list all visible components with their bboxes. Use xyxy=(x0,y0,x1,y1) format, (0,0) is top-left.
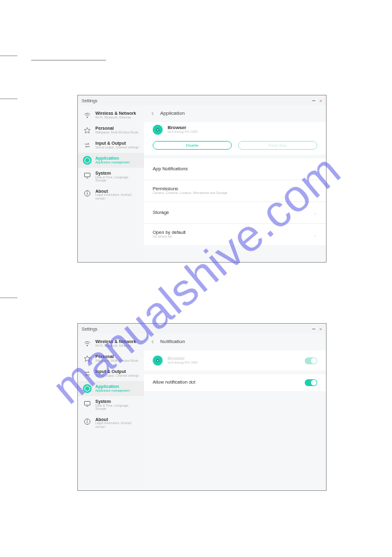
sidebar-item-application[interactable]: Application Application management xyxy=(78,381,144,396)
row-title: Allow notification dot xyxy=(153,380,195,385)
sidebar-item-about[interactable]: About Legal information, Android version xyxy=(78,414,144,432)
row-app-notifications[interactable]: App Notifications xyxy=(144,158,326,180)
sidebar-item-sub: Legal information, Android version xyxy=(95,422,140,429)
content-pane-application: Application Browser tech.titelogy.IFA.OE… xyxy=(144,105,326,262)
back-button[interactable] xyxy=(150,339,155,344)
sidebar-item-sub: Application management xyxy=(95,161,130,165)
content-title: Application xyxy=(160,110,184,116)
swap-icon xyxy=(83,141,92,150)
sidebar-item-personal[interactable]: Personal Wallpaper, Multi-Window Mode xyxy=(78,351,144,366)
minimize-icon[interactable] xyxy=(312,329,315,329)
minimize-icon[interactable] xyxy=(312,100,315,101)
master-notification-toggle[interactable] xyxy=(305,357,317,364)
sidebar-item-input-output[interactable]: Input & Output Sound output, Channel set… xyxy=(78,138,144,153)
app-meta: tech.titelogy.IFA.OEM xyxy=(168,130,198,134)
star-icon xyxy=(83,126,92,135)
sidebar-item-system[interactable]: System Date & Time, Language, Storage xyxy=(78,168,144,186)
svg-point-7 xyxy=(87,345,88,346)
app-meta: tech.titelogy.IFA.OEM xyxy=(168,361,198,365)
sidebar: Wireless & Network Wi-Fi, Bluetooth, Eth… xyxy=(78,334,144,490)
svg-marker-2 xyxy=(85,158,90,163)
window-title: Settings xyxy=(82,327,97,331)
content-title: Notification xyxy=(160,339,185,344)
force-stop-button[interactable]: Force Stop xyxy=(238,141,317,150)
allow-dot-toggle[interactable] xyxy=(305,379,317,386)
close-icon[interactable]: × xyxy=(319,326,322,332)
sidebar-item-sub: Sound output, Channel settings xyxy=(95,374,139,378)
hexagon-icon xyxy=(83,156,92,165)
hexagon-icon xyxy=(83,384,92,393)
sidebar-item-sub: Wi-Fi, Bluetooth, Ethernet xyxy=(95,116,136,120)
wifi-icon xyxy=(83,339,92,348)
svg-point-13 xyxy=(87,420,88,420)
svg-marker-8 xyxy=(84,356,90,362)
app-icon xyxy=(153,125,163,135)
swap-icon xyxy=(83,369,92,378)
titlebar: Settings × xyxy=(78,324,326,334)
sidebar-item-sub: Wallpaper, Multi-Window Mode xyxy=(95,359,138,363)
disable-button[interactable]: Disable xyxy=(153,141,232,150)
close-icon[interactable]: × xyxy=(319,98,322,104)
row-title: Storage xyxy=(153,210,169,216)
chevron-right-icon xyxy=(313,163,317,175)
star-icon xyxy=(83,354,92,363)
app-header-row: Browser tech.titelogy.IFA.OEM xyxy=(144,122,326,138)
sidebar-item-sub: Wi-Fi, Bluetooth, Ethernet xyxy=(95,344,136,348)
monitor-icon xyxy=(83,171,92,180)
svg-marker-9 xyxy=(85,386,90,392)
row-sub: Camera, Contacts, Location, Microphone a… xyxy=(153,191,227,195)
row-sub: No default set xyxy=(153,235,186,239)
sidebar-item-sub: Date & Time, Language, Storage xyxy=(95,404,140,411)
sidebar: Wireless & Network Wi-Fi, Bluetooth, Eth… xyxy=(78,105,144,262)
sidebar-item-application[interactable]: Application Application management xyxy=(78,153,144,168)
wifi-icon xyxy=(83,111,92,120)
sidebar-item-sub: Application management xyxy=(95,389,130,393)
sidebar-item-sub: Sound output, Channel settings xyxy=(95,146,139,150)
chevron-right-icon xyxy=(313,185,317,196)
row-permissions[interactable]: Permissions Camera, Contacts, Location, … xyxy=(144,180,326,202)
sidebar-item-sub: Date & Time, Language, Storage xyxy=(95,176,140,183)
svg-rect-10 xyxy=(85,402,90,405)
content-pane-notification: Notification Browser tech.titelogy.IFA.O… xyxy=(144,334,326,490)
sidebar-item-input-output[interactable]: Input & Output Sound output, Channel set… xyxy=(78,366,144,381)
row-title: App Notifications xyxy=(153,167,188,172)
row-allow-notification-dot[interactable]: Allow notification dot xyxy=(144,374,326,391)
content-header: Notification xyxy=(144,334,326,351)
settings-window-application: Settings × Wireless & Network Wi-Fi, Blu… xyxy=(77,95,327,263)
row-open-by-default[interactable]: Open by default No default set xyxy=(144,224,326,245)
content-header: Application xyxy=(144,105,326,122)
sidebar-item-sub: Legal information, Android version xyxy=(95,193,140,200)
info-icon xyxy=(83,189,92,198)
chevron-right-icon xyxy=(313,207,317,218)
sidebar-item-system[interactable]: System Date & Time, Language, Storage xyxy=(78,396,144,414)
sidebar-item-about[interactable]: About Legal information, Android version xyxy=(78,186,144,204)
sidebar-item-wireless[interactable]: Wireless & Network Wi-Fi, Bluetooth, Eth… xyxy=(78,336,144,351)
sidebar-item-personal[interactable]: Personal Wallpaper, Multi-Window Mode xyxy=(78,123,144,138)
chevron-right-icon xyxy=(313,229,317,240)
window-title: Settings xyxy=(82,99,97,103)
svg-point-0 xyxy=(87,117,88,118)
back-button[interactable] xyxy=(150,111,155,116)
app-icon xyxy=(153,356,163,366)
svg-point-6 xyxy=(87,191,88,192)
titlebar: Settings × xyxy=(78,95,326,105)
svg-rect-3 xyxy=(85,173,90,177)
sidebar-item-wireless[interactable]: Wireless & Network Wi-Fi, Bluetooth, Eth… xyxy=(78,108,144,123)
monitor-icon xyxy=(83,399,92,408)
sidebar-item-sub: Wallpaper, Multi-Window Mode xyxy=(95,131,138,135)
settings-window-notification: Settings × Wireless & Network Wi-Fi, Blu… xyxy=(77,323,327,491)
row-storage[interactable]: Storage xyxy=(144,202,326,224)
app-toggle-row[interactable]: Browser tech.titelogy.IFA.OEM xyxy=(144,351,326,371)
info-icon xyxy=(83,417,92,426)
svg-marker-1 xyxy=(84,128,90,133)
